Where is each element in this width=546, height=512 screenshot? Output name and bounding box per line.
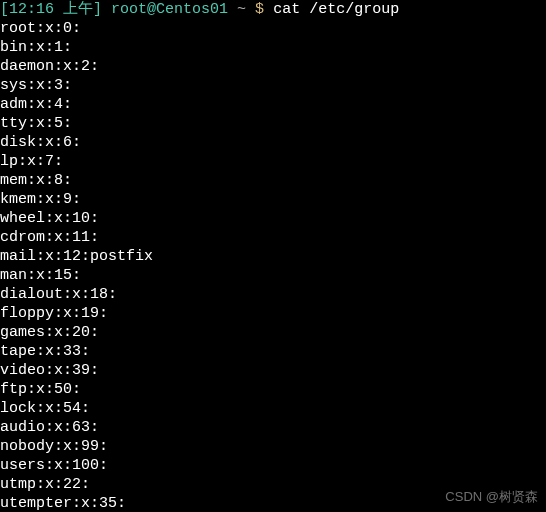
terminal-window[interactable]: [12:16 上午] root@Centos01 ~ $ cat /etc/gr…: [0, 0, 546, 512]
output-line: tape:x:33:: [0, 342, 546, 361]
output-line: sys:x:3:: [0, 76, 546, 95]
output-line: lock:x:54:: [0, 399, 546, 418]
output-line: man:x:15:: [0, 266, 546, 285]
output-line: nobody:x:99:: [0, 437, 546, 456]
output-line: games:x:20:: [0, 323, 546, 342]
output-line: wheel:x:10:: [0, 209, 546, 228]
output-line: video:x:39:: [0, 361, 546, 380]
prompt-time: [12:16 上午]: [0, 1, 102, 18]
command-text: cat /etc/group: [273, 1, 399, 18]
output-line: daemon:x:2:: [0, 57, 546, 76]
prompt-user-host: root@Centos01: [111, 1, 228, 18]
prompt-line: [12:16 上午] root@Centos01 ~ $ cat /etc/gr…: [0, 0, 546, 19]
output-line: mem:x:8:: [0, 171, 546, 190]
output-line: floppy:x:19:: [0, 304, 546, 323]
watermark-text: CSDN @树贤森: [445, 487, 538, 506]
prompt-symbol: $: [255, 1, 264, 18]
output-line: tty:x:5:: [0, 114, 546, 133]
output-line: root:x:0:: [0, 19, 546, 38]
output-line: adm:x:4:: [0, 95, 546, 114]
prompt-path: ~: [237, 1, 246, 18]
output-line: kmem:x:9:: [0, 190, 546, 209]
output-line: mail:x:12:postfix: [0, 247, 546, 266]
output-line: dialout:x:18:: [0, 285, 546, 304]
output-line: cdrom:x:11:: [0, 228, 546, 247]
output-container: root:x:0:bin:x:1:daemon:x:2:sys:x:3:adm:…: [0, 19, 546, 512]
output-line: audio:x:63:: [0, 418, 546, 437]
output-line: users:x:100:: [0, 456, 546, 475]
output-line: ftp:x:50:: [0, 380, 546, 399]
output-line: bin:x:1:: [0, 38, 546, 57]
output-line: lp:x:7:: [0, 152, 546, 171]
output-line: disk:x:6:: [0, 133, 546, 152]
